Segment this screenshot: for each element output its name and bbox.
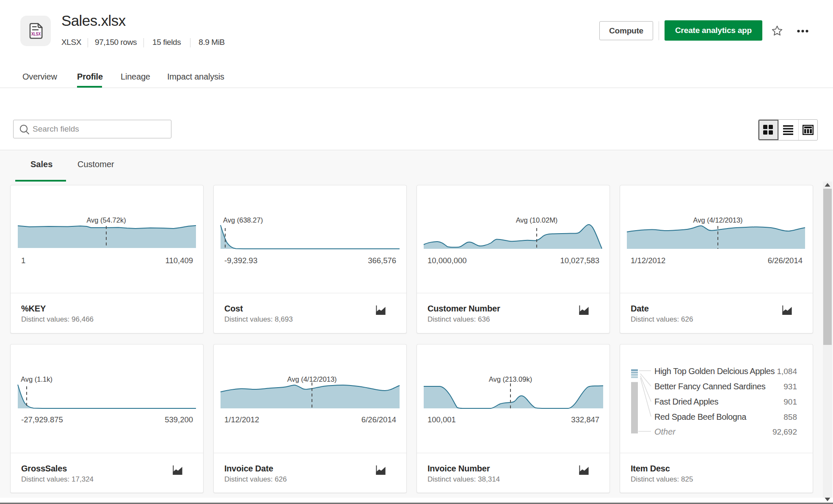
svg-text:1/12/2012: 1/12/2012	[631, 256, 665, 265]
svg-text:332,847: 332,847	[571, 415, 599, 424]
svg-text:10,027,583: 10,027,583	[560, 256, 599, 265]
svg-text:6/26/2014: 6/26/2014	[361, 415, 396, 424]
svg-text:10,000,000: 10,000,000	[428, 256, 467, 265]
svg-text:366,576: 366,576	[368, 256, 396, 265]
svg-text:Avg (4/12/2013): Avg (4/12/2013)	[693, 216, 742, 224]
svg-text:539,200: 539,200	[165, 415, 193, 424]
svg-text:-9,392.93: -9,392.93	[224, 256, 257, 265]
svg-text:Avg (54.72k): Avg (54.72k)	[86, 216, 126, 224]
svg-text:Avg (1.1k): Avg (1.1k)	[21, 375, 52, 383]
svg-text:Avg (638.27): Avg (638.27)	[223, 216, 263, 224]
svg-text:-27,929.875: -27,929.875	[21, 415, 63, 424]
svg-text:Avg (4/12/2013): Avg (4/12/2013)	[287, 375, 337, 383]
svg-text:Avg (213.09k): Avg (213.09k)	[489, 375, 532, 383]
svg-text:XLSX: XLSX	[31, 31, 41, 36]
svg-text:1: 1	[21, 256, 25, 265]
svg-text:1/12/2012: 1/12/2012	[224, 415, 259, 424]
svg-text:110,409: 110,409	[165, 256, 193, 265]
svg-text:6/26/2014: 6/26/2014	[768, 256, 803, 265]
svg-text:Avg (10.02M): Avg (10.02M)	[516, 216, 558, 224]
svg-text:100,001: 100,001	[428, 415, 456, 424]
